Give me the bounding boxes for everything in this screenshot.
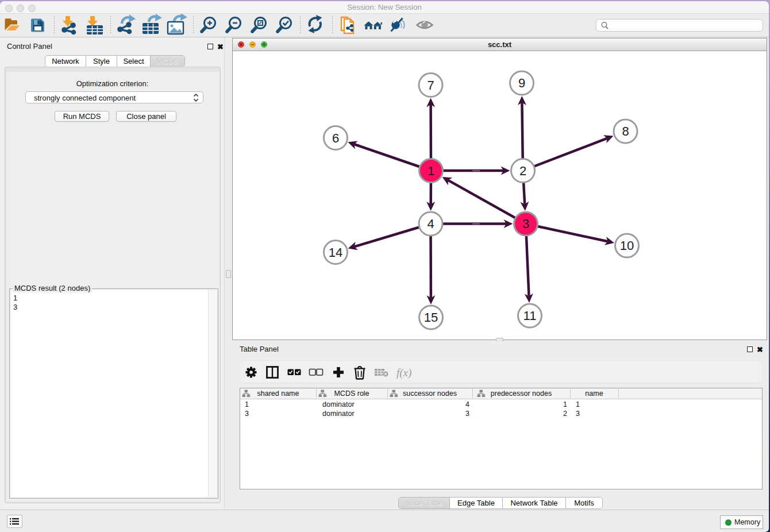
svg-text:10: 10 <box>620 238 634 253</box>
svg-text:1: 1 <box>428 164 434 178</box>
svg-text:11: 11 <box>523 309 537 323</box>
svg-text:14: 14 <box>329 245 342 260</box>
svg-text:3: 3 <box>522 217 529 231</box>
svg-text:9: 9 <box>518 76 525 90</box>
svg-text:7: 7 <box>427 78 434 92</box>
svg-text:f(x): f(x) <box>396 367 411 379</box>
svg-text:4: 4 <box>427 217 434 231</box>
svg-text:6: 6 <box>332 131 339 145</box>
svg-text:15: 15 <box>424 310 438 325</box>
svg-text:8: 8 <box>622 124 629 138</box>
svg-text:2: 2 <box>519 164 526 178</box>
